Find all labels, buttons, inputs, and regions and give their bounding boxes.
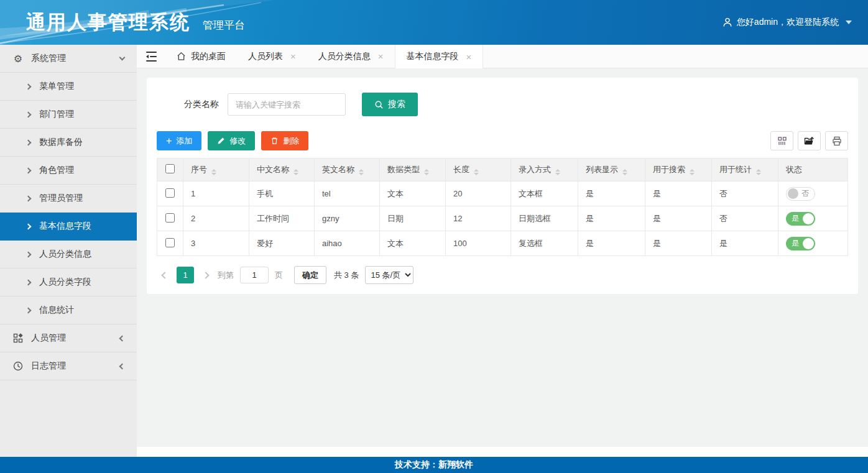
sidebar-item-label: 菜单管理 [39,81,74,92]
sidebar-item-person-category-info[interactable]: 人员分类信息 [0,241,137,269]
confirm-page-button[interactable]: 确定 [294,266,326,284]
column-header-for-stats[interactable]: 用于统计 [712,158,778,181]
column-header-seq[interactable]: 序号 [183,158,249,181]
row-checkbox[interactable] [165,238,175,247]
goto-page-input[interactable] [240,267,269,283]
sidebar-item-basic-info-fields[interactable]: 基本信息字段 [0,213,137,241]
cell-cn-name: 手机 [249,181,315,206]
delete-button[interactable]: 删除 [261,131,308,150]
sidebar-group-logs[interactable]: 日志管理 [0,352,137,380]
close-icon[interactable]: × [378,52,384,61]
user-menu[interactable]: 您好admin，欢迎登陆系统 [723,17,852,28]
app-title: 通用人事管理系统 [26,9,190,35]
column-header-length[interactable]: 长度 [446,158,511,181]
sidebar-item-dept-mgmt[interactable]: 部门管理 [0,101,137,129]
prev-page-button[interactable] [157,267,173,283]
toggle-knob [803,213,814,224]
sidebar: ⚙ 系统管理 菜单管理 部门管理 数据库备份 角色管理 管理员管理 基本信息字段 [0,45,137,457]
page-1-button[interactable]: 1 [177,267,194,283]
data-table: 序号 中文名称 英文名称 数据类型 长度 录入方式 列表显示 用于搜索 用于统计… [157,158,848,256]
columns-toggle-button[interactable] [770,131,793,150]
toggle-knob [803,238,814,249]
toggle-label: 否 [801,188,809,199]
close-icon[interactable]: × [466,52,472,62]
select-all-checkbox[interactable] [165,164,175,173]
sidebar-item-label: 人员分类字段 [39,277,91,288]
chevron-right-icon [25,167,32,173]
page-suffix-label: 页 [275,270,283,281]
sidebar-item-info-stats[interactable]: 信息统计 [0,296,137,324]
sidebar-item-admin-mgmt[interactable]: 管理员管理 [0,185,137,213]
tab-person-list[interactable]: 人员列表 × [237,45,307,68]
search-form: 分类名称 搜索 [184,93,848,116]
column-header-data-type[interactable]: 数据类型 [380,158,446,181]
sidebar-item-db-backup[interactable]: 数据库备份 [0,129,137,157]
chevron-right-icon [25,139,32,145]
column-header-list-display[interactable]: 列表显示 [578,158,645,181]
column-header-for-search[interactable]: 用于搜索 [645,158,712,181]
chevron-down-icon [119,55,126,61]
cell-input-mode: 日期选框 [511,206,578,231]
column-header-cn-name[interactable]: 中文名称 [249,158,315,181]
cell-data-type: 文本 [380,231,446,256]
page-size-select[interactable]: 15 条/页 [365,266,413,284]
add-button-label: 添加 [176,135,192,147]
sidebar-group-label: 系统管理 [31,53,66,64]
sidebar-item-person-category-fields[interactable]: 人员分类字段 [0,269,137,296]
sort-icon [690,169,695,175]
column-header-input-mode[interactable]: 录入方式 [511,158,578,181]
home-icon [177,52,186,61]
sidebar-item-label: 基本信息字段 [39,221,91,232]
table-row: 3 爱好 aihao 文本 100 复选框 是 是 是 是 [157,231,848,256]
status-toggle[interactable]: 是 [786,212,815,226]
cell-cn-name: 工作时间 [249,206,315,231]
menu-fold-icon [146,52,157,62]
appstore-icon [12,333,24,344]
sidebar-item-role-mgmt[interactable]: 角色管理 [0,157,137,185]
sort-icon [474,169,479,175]
sidebar-group-system[interactable]: ⚙ 系统管理 [0,45,137,73]
chevron-right-icon [25,111,32,117]
search-button[interactable]: 搜索 [362,93,418,116]
status-toggle[interactable]: 是 [786,237,815,250]
app-window: 通用人事管理系统 管理平台 您好admin，欢迎登陆系统 ⚙ 系统管理 菜单管理… [0,0,868,473]
status-toggle[interactable]: 否 [786,187,815,201]
clock-icon [12,360,24,372]
next-page-button[interactable] [198,267,214,283]
table-tool-icons [770,131,848,150]
sidebar-item-label: 信息统计 [39,305,74,316]
search-input[interactable] [228,93,346,116]
column-header-en-name[interactable]: 英文名称 [315,158,380,181]
export-button[interactable] [798,131,821,150]
app-header: 通用人事管理系统 管理平台 您好admin，欢迎登陆系统 [0,0,868,45]
cell-for-search: 是 [645,206,712,231]
bottom-spacer [137,447,868,457]
chevron-right-icon [202,272,209,278]
sort-icon [211,169,216,175]
search-button-label: 搜索 [388,99,405,110]
sidebar-group-personnel[interactable]: 人员管理 [0,324,137,352]
cell-list-display: 是 [578,206,645,231]
print-button[interactable] [825,131,848,150]
toggle-label: 是 [792,238,799,249]
tab-my-desktop[interactable]: 我的桌面 [165,45,237,68]
sidebar-fold-button[interactable] [137,45,165,68]
add-button[interactable]: + 添加 [157,131,201,150]
tab-label: 我的桌面 [191,51,226,62]
sidebar-item-label: 数据库备份 [39,137,83,148]
cell-length: 100 [446,231,511,256]
pencil-icon [217,137,225,145]
pagination: 1 到第 页 确定 共 3 条 15 条/页 [157,266,848,284]
chevron-right-icon [25,83,32,90]
tab-basic-info-fields[interactable]: 基本信息字段 × [395,45,484,68]
sidebar-item-menu-mgmt[interactable]: 菜单管理 [0,73,137,101]
content-area: 分类名称 搜索 + 添加 [137,68,868,447]
edit-button[interactable]: 修改 [208,131,255,150]
cell-input-mode: 复选框 [511,231,578,256]
row-checkbox[interactable] [165,213,175,223]
tab-person-category-info[interactable]: 人员分类信息 × [307,45,395,68]
row-checkbox[interactable] [165,188,175,198]
close-icon[interactable]: × [290,52,296,61]
table-row: 1 手机 tel 文本 20 文本框 是 是 否 否 [157,181,848,206]
cell-for-search: 是 [645,181,712,206]
